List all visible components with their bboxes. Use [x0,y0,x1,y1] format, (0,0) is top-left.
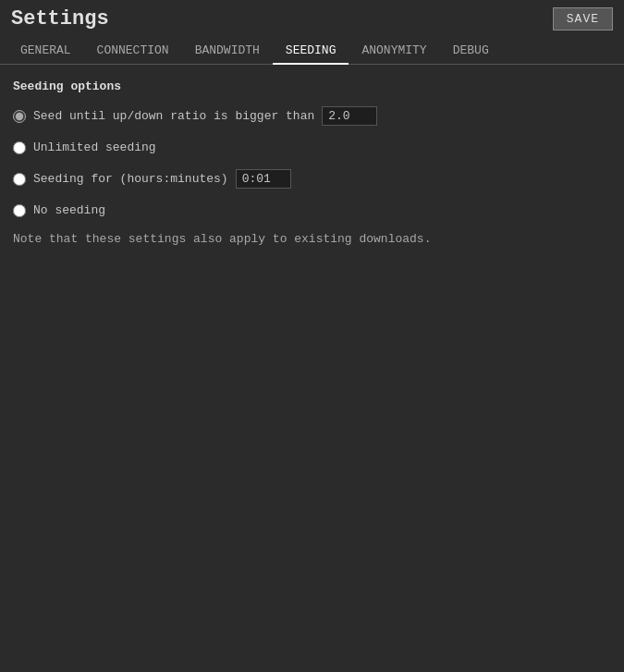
option-row-no-seeding: No seeding [13,203,611,217]
radio-unlimited[interactable] [13,141,26,154]
option-row-time: Seeding for (hours:minutes) [13,169,611,189]
page-title: Settings [11,7,109,31]
ratio-input[interactable] [322,106,377,126]
radio-ratio[interactable] [13,110,26,123]
header: Settings SAVE [0,0,624,38]
save-button[interactable]: SAVE [553,7,613,31]
section-title: Seeding options [13,79,611,93]
note-text: Note that these settings also apply to e… [13,232,611,246]
label-ratio: Seed until up/down ratio is bigger than [33,109,314,123]
radio-no-seeding[interactable] [13,204,26,217]
tab-general[interactable]: GENERAL [7,38,84,65]
nav-tabs: GENERAL CONNECTION BANDWIDTH SEEDING ANO… [0,38,624,65]
tab-debug[interactable]: DEBUG [440,38,502,65]
time-input[interactable] [236,169,291,189]
tab-connection[interactable]: CONNECTION [84,38,182,65]
tab-bandwidth[interactable]: BANDWIDTH [182,38,273,65]
option-row-unlimited: Unlimited seeding [13,141,611,154]
option-row-ratio: Seed until up/down ratio is bigger than [13,106,611,126]
label-unlimited: Unlimited seeding [33,141,156,154]
tab-anonymity[interactable]: ANONYMITY [349,38,439,65]
tab-seeding[interactable]: SEEDING [273,38,349,65]
label-time: Seeding for (hours:minutes) [33,172,228,186]
label-no-seeding: No seeding [33,203,105,217]
content-area: Seeding options Seed until up/down ratio… [0,65,624,261]
radio-time[interactable] [13,173,26,186]
